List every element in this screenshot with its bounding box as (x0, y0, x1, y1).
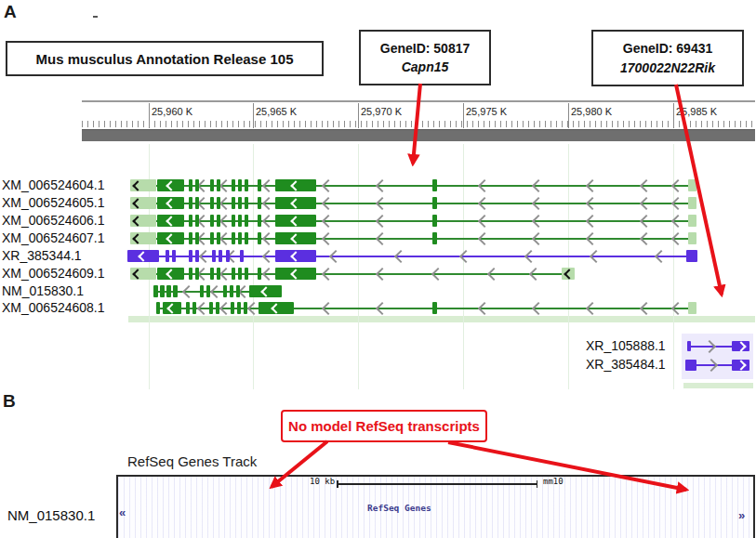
transcript-label-XM_006524605.1: XM_006524605.1 (2, 195, 105, 210)
strand-arrow-icon (322, 231, 335, 244)
utr-box (688, 302, 696, 314)
exon-box (238, 197, 242, 209)
exon-box (432, 197, 437, 209)
strand-arrow-icon (262, 196, 275, 209)
utr-box (688, 232, 696, 244)
strand-arrow-icon (532, 178, 545, 191)
exon-box (232, 232, 235, 244)
no-model-callout-text: No model RefSeq transcripts (288, 418, 480, 434)
strand-arrow-icon (376, 196, 389, 209)
strand-arrow-icon (376, 231, 389, 244)
exon-box (195, 268, 199, 280)
exon-box (258, 197, 261, 209)
strand-arrow-icon (640, 231, 653, 244)
strand-arrow-icon (478, 301, 491, 314)
exon-box (231, 302, 234, 314)
nav-left-button[interactable]: « (119, 505, 126, 519)
strand-arrow-icon (376, 301, 389, 314)
strand-arrow-icon (640, 178, 653, 191)
exon-box (432, 232, 437, 244)
exon-box (195, 232, 199, 244)
exon-box (217, 268, 220, 280)
ruler-tick-label: 25,965 K (256, 106, 297, 117)
exon-box (210, 197, 214, 209)
strand-arrow-icon (586, 301, 599, 314)
ruler-major-tick (673, 103, 674, 128)
intron-line (130, 185, 696, 187)
strand-arrow-icon (199, 249, 212, 262)
exon-box (238, 232, 242, 244)
exon-box (217, 197, 220, 209)
strand-arrow-icon (655, 249, 668, 262)
strand-arrow-icon (182, 284, 195, 297)
no-model-callout: No model RefSeq transcripts (281, 410, 487, 442)
strand-arrow-icon (322, 178, 335, 191)
strand-arrow-icon (262, 249, 275, 262)
strand-arrow-icon (529, 267, 542, 280)
transcript-label-XM_006524609.1: XM_006524609.1 (2, 266, 105, 281)
exon-box (232, 268, 235, 280)
utr-box (688, 197, 696, 209)
gridline (463, 144, 464, 389)
transcript-label-XM_006524606.1: XM_006524606.1 (2, 213, 105, 228)
ruler-major-tick (358, 103, 359, 128)
scale-bar (337, 483, 537, 485)
exon-box (160, 285, 165, 297)
exon-box (210, 268, 214, 280)
exon-box (245, 215, 248, 227)
strand-arrow-icon (322, 214, 335, 227)
strand-arrow-icon (197, 178, 210, 191)
exon-box (195, 215, 199, 227)
strand-arrow-icon (640, 301, 653, 314)
exon-box (230, 285, 233, 297)
refseq-genes-label: RefSeq Genes (367, 503, 431, 513)
exon-box (189, 179, 192, 191)
exon-box (432, 179, 437, 191)
strand-arrow-icon (586, 178, 599, 191)
ruler-tick-label: 25,985 K (676, 106, 717, 117)
exon-box (192, 302, 196, 314)
exon-box (238, 179, 242, 191)
strand-arrow-icon (431, 267, 444, 280)
exon-box (217, 179, 220, 191)
strand-arrow-icon (322, 267, 335, 280)
exon-box (156, 302, 160, 314)
nav-right-button[interactable]: » (738, 508, 745, 522)
transcript-label-XM_006524608.1: XM_006524608.1 (2, 300, 105, 315)
exon-box (232, 197, 235, 209)
exon-box (172, 250, 176, 262)
strand-arrow-icon (590, 249, 603, 262)
ruler-major-tick (253, 103, 254, 128)
utr-box (688, 215, 696, 227)
exon-box (217, 232, 220, 244)
transcript-label-XM_006524607.1: XM_006524607.1 (2, 230, 105, 245)
strand-arrow-icon (262, 214, 275, 227)
exon-box (189, 215, 192, 227)
ruler-tick-label: 25,960 K (152, 106, 192, 117)
exon-box (206, 285, 210, 297)
exon-box (166, 285, 171, 297)
ruler-tick-label: 25,980 K (571, 106, 612, 117)
exon-box (245, 197, 248, 209)
strand-arrow-icon (210, 284, 223, 297)
exon-box (195, 179, 199, 191)
exon-box (200, 285, 204, 297)
strand-arrow-icon (376, 267, 389, 280)
exon-box (432, 215, 437, 227)
intron-line (130, 203, 696, 204)
strand-arrow-icon (329, 249, 342, 262)
exon-box (686, 250, 697, 262)
panel-b-label: B (3, 391, 16, 412)
gridline (358, 144, 359, 389)
exon-box (195, 197, 199, 209)
strand-arrow-icon (262, 267, 275, 280)
exon-box (216, 302, 219, 314)
exon-box (189, 197, 192, 209)
exon-box (238, 215, 242, 227)
strand-arrow-icon (478, 196, 491, 209)
exon-box (687, 341, 691, 351)
strand-arrow-icon (197, 301, 210, 314)
refseq-track-title: RefSeq Genes Track (127, 453, 257, 469)
gridline (253, 144, 254, 389)
intron-line (130, 220, 696, 222)
